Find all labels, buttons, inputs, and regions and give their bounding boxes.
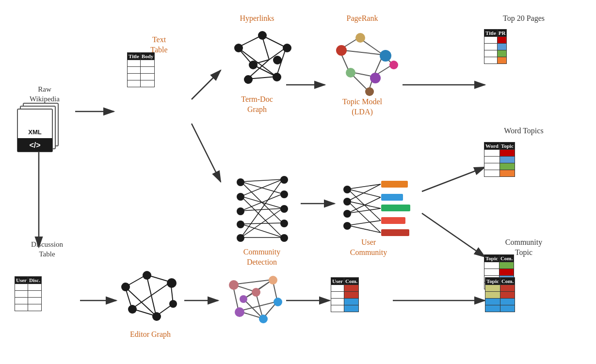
ct-header-topic: Topic [484,255,499,262]
bcg-node-a [229,280,239,290]
xml-document-icon: </> XML [15,99,73,158]
uc-rect-4 [381,217,405,224]
svg-line-37 [241,182,283,194]
pr-node-dark1 [355,33,365,43]
svg-line-41 [241,196,283,237]
svg-line-69 [233,280,273,285]
svg-line-52 [348,184,381,201]
hyp-node-e [273,56,282,64]
uc-rect-2 [381,194,403,201]
pr-node-green [346,68,355,78]
svg-line-5 [192,124,221,182]
svg-line-40 [241,196,283,208]
uc-left-3 [343,210,351,218]
cd-left-3 [237,207,244,215]
hyp-node-g [273,73,281,81]
top20-header-title: Title [484,30,498,37]
svg-line-45 [241,224,283,237]
uc-rect-5 [381,229,409,236]
svg-line-43 [241,208,283,211]
pr-node-red [336,45,347,56]
bcg-node-f [274,298,282,306]
svg-line-54 [348,201,381,233]
svg-line-55 [348,197,381,213]
svg-line-53 [348,201,381,208]
svg-line-51 [348,189,381,221]
hyperlinks-label: Hyperlinks [223,14,291,24]
cd-right-5 [280,234,288,242]
word-topics-label: Word Topics [480,126,567,136]
term-doc-label: Term-DocGraph [223,95,291,115]
eg-node-e [152,312,161,321]
pagerank-label: PageRank [326,14,399,24]
svg-line-39 [241,179,283,196]
svg-line-42 [241,194,283,211]
word-topics-header-topic: Topic [499,142,515,150]
discussion-table-label: DiscussionTable [16,240,79,259]
cd-left-4 [237,221,244,228]
cd-right-2 [280,190,288,198]
top20-label: Top 20 Pages [480,14,567,24]
eg-node-a [121,283,130,291]
cd-left-2 [237,193,244,201]
hyp-node-b [258,31,267,40]
pr-node-brown [365,87,374,96]
uc-rect-1 [381,181,408,188]
svg-line-4 [192,70,221,99]
topic-model-label: Topic Model(LDA) [326,97,399,117]
text-table-header-body: Body [140,53,154,60]
svg-line-17 [238,47,276,77]
eg-node-c [167,278,177,288]
bcg-node-d [235,307,244,317]
svg-line-44 [241,223,283,224]
svg-line-77 [239,301,277,311]
tc-header-com: Com. [500,278,515,285]
svg-line-9 [422,167,485,191]
uc-header-com: Com. [344,278,359,285]
pr-node-purple [370,73,381,83]
text-table-header-title: Title [128,53,141,60]
svg-line-57 [348,221,381,225]
svg-line-10 [422,213,485,257]
svg-text:XML: XML [28,128,42,136]
hyp-node-f [244,75,253,84]
top20-header-pr: PR [497,30,507,37]
diagram: RawWikipedia </> XML TextTable Title Bod… [0,0,596,364]
uc-header-user: User [331,278,344,285]
pr-node-blue [380,50,391,62]
svg-line-63 [146,275,156,316]
disc-header-disc: Disc. [28,277,42,284]
user-community-label: UserCommunity [330,237,407,258]
disc-header-user: User [15,277,28,284]
bcg-node-e [259,315,268,323]
uc-left-2 [343,198,351,206]
hyp-node-a [234,44,243,52]
svg-line-65 [132,282,171,309]
cd-right-4 [280,220,288,227]
ct-header-com: Com. [499,255,514,262]
uc-left-1 [343,186,351,193]
pr-node-magenta [389,61,398,69]
eg-node-d [128,305,137,314]
eg-node-b [143,271,151,280]
svg-line-50 [348,189,381,197]
svg-line-56 [348,208,381,213]
bcg-node-c [269,276,277,285]
uc-rect-3 [381,205,410,211]
editor-graph-label: Editor Graph [109,330,192,340]
svg-line-49 [348,184,381,189]
cd-right-3 [280,205,288,213]
svg-line-46 [241,208,283,237]
community-detection-label: CommunityDetection [223,247,301,268]
svg-text:</>: </> [29,141,40,149]
svg-line-58 [348,225,381,233]
eg-node-f [169,300,177,308]
tc-header-topic: Topic [485,278,500,285]
svg-line-38 [241,182,283,223]
word-topics-header-word: Word [484,142,500,150]
hyp-node-c [283,44,291,52]
svg-line-36 [241,179,283,182]
svg-line-48 [241,179,283,237]
cd-left-1 [237,178,244,186]
cd-right-1 [280,176,288,184]
